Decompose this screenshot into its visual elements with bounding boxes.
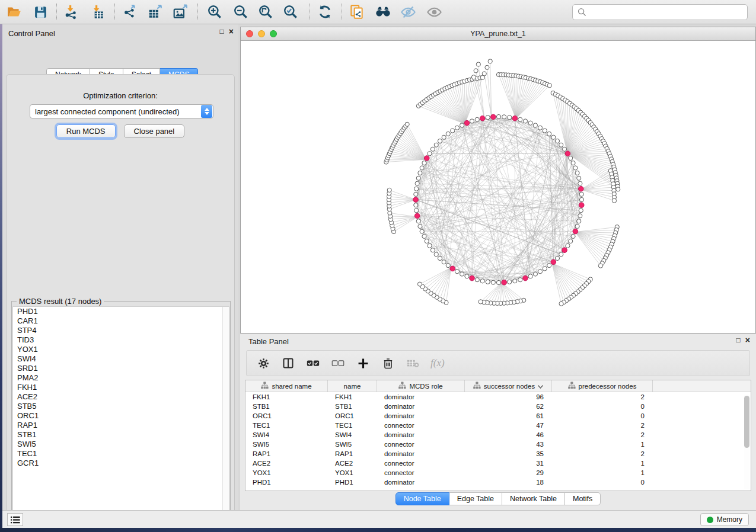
show-all-icon[interactable] xyxy=(425,2,444,21)
export-table-icon[interactable] xyxy=(146,2,165,21)
mcds-result-item[interactable]: STP4 xyxy=(13,326,229,335)
refresh-icon[interactable] xyxy=(315,2,334,21)
zoom-in-icon[interactable] xyxy=(205,2,224,21)
network-title: YPA_prune.txt_1 xyxy=(241,30,755,38)
zoom-fit-icon[interactable] xyxy=(256,2,275,21)
mcds-result-item[interactable]: GCR1 xyxy=(13,459,229,468)
search-input[interactable] xyxy=(590,8,747,17)
cell-shared-name: ACE2 xyxy=(245,459,328,468)
mcds-result-item[interactable]: SRD1 xyxy=(13,364,229,373)
column-header-MCDS-role[interactable]: MCDS role xyxy=(377,380,465,392)
table-row[interactable]: SWI5SWI5connector431 xyxy=(245,440,751,449)
mcds-result-item[interactable]: PMA2 xyxy=(13,373,229,383)
mcds-result-item[interactable]: FKH1 xyxy=(13,383,229,392)
mcds-result-item[interactable]: ACE2 xyxy=(13,392,229,402)
control-panel-title: Control Panel xyxy=(8,29,55,38)
cell-successor-nodes: 43 xyxy=(465,440,552,449)
toolbar-separator xyxy=(342,4,342,20)
mcds-result-item[interactable]: PHD1 xyxy=(13,307,229,316)
column-header-name[interactable]: name xyxy=(328,380,377,392)
column-view-icon[interactable] xyxy=(281,356,295,370)
export-network-icon[interactable] xyxy=(121,2,140,21)
search-icon xyxy=(578,8,586,17)
cell-successor-nodes: 35 xyxy=(465,449,552,459)
add-column-icon[interactable] xyxy=(356,356,370,370)
table-row[interactable]: ORC1ORC1dominator610 xyxy=(245,411,751,421)
select-all-icon[interactable] xyxy=(306,356,320,370)
memory-button[interactable]: Memory xyxy=(700,513,749,526)
table-row[interactable]: YOX1YOX1connector291 xyxy=(245,468,751,477)
table-row[interactable]: ACE2ACE2connector311 xyxy=(245,459,751,468)
close-table-panel-icon[interactable]: × xyxy=(745,336,750,344)
mcds-result-item[interactable]: ORC1 xyxy=(13,411,229,421)
column-header-successor-nodes[interactable]: successor nodes xyxy=(465,380,552,392)
tab-node-table[interactable]: Node Table xyxy=(395,492,449,505)
criterion-dropdown[interactable]: largest connected component (undirected) xyxy=(30,104,213,118)
delete-table-icon xyxy=(406,356,420,370)
cell-MCDS-role: connector xyxy=(377,440,465,449)
mcds-result-item[interactable]: TID3 xyxy=(13,335,229,345)
table-row[interactable]: PHD1PHD1dominator180 xyxy=(245,477,751,487)
gear-icon[interactable] xyxy=(256,356,270,370)
memory-status-icon xyxy=(707,517,713,523)
import-network-icon[interactable] xyxy=(62,2,81,21)
import-table-icon[interactable] xyxy=(88,2,107,21)
mcds-result-item[interactable]: CAR1 xyxy=(13,316,229,326)
cell-MCDS-role: dominator xyxy=(377,402,465,411)
deselect-all-icon[interactable] xyxy=(331,356,345,370)
save-icon[interactable] xyxy=(31,2,50,21)
mcds-result-item[interactable]: YOX1 xyxy=(13,345,229,354)
copy-style-icon[interactable] xyxy=(347,2,366,21)
search-field[interactable] xyxy=(572,4,748,20)
table-scrollbar[interactable] xyxy=(744,395,749,489)
column-header-shared-name[interactable]: shared name xyxy=(245,380,328,392)
cell-predecessor-nodes: 2 xyxy=(552,430,653,440)
table-scrollbar-thumb[interactable] xyxy=(744,396,749,448)
export-image-icon[interactable] xyxy=(171,2,190,21)
tab-network-table[interactable]: Network Table xyxy=(502,492,565,505)
float-panel-icon[interactable]: □ xyxy=(220,28,224,35)
list-scrollbar[interactable] xyxy=(222,307,229,517)
table-row[interactable]: STB1STB1dominator620 xyxy=(245,402,751,411)
mcds-result-list[interactable]: PHD1CAR1STP4TID3YOX1SWI4SRD1PMA2FKH1ACE2… xyxy=(12,306,229,518)
tab-edge-table[interactable]: Edge Table xyxy=(449,492,502,505)
cell-shared-name: PHD1 xyxy=(245,477,328,487)
mcds-result-item[interactable]: STB5 xyxy=(13,402,229,411)
mcds-result-item[interactable]: SWI4 xyxy=(13,354,229,364)
cell-name: PHD1 xyxy=(328,477,377,487)
cell-name: SWI4 xyxy=(328,430,377,440)
cell-MCDS-role: dominator xyxy=(377,449,465,459)
run-mcds-button[interactable]: Run MCDS xyxy=(56,124,116,138)
mcds-result-item[interactable]: STB1 xyxy=(13,430,229,440)
network-titlebar[interactable]: YPA_prune.txt_1 xyxy=(241,27,755,41)
mcds-result-item[interactable]: SWI5 xyxy=(13,440,229,449)
table-row[interactable]: RAP1RAP1dominator352 xyxy=(245,449,751,459)
criterion-value: largest connected component (undirected) xyxy=(30,107,201,116)
table-row[interactable]: FKH1FKH1dominator962 xyxy=(245,392,751,402)
optimization-criterion-label: Optimization criterion: xyxy=(7,91,234,100)
mcds-result-item[interactable]: TEC1 xyxy=(13,449,229,459)
table-row[interactable]: TEC1TEC1connector472 xyxy=(245,421,751,430)
tab-motifs[interactable]: Motifs xyxy=(565,492,601,505)
cell-predecessor-nodes: 2 xyxy=(552,449,653,459)
task-history-button[interactable] xyxy=(7,513,23,526)
network-canvas[interactable] xyxy=(241,41,755,333)
mcds-result-item[interactable]: RAP1 xyxy=(13,421,229,430)
shared-column-icon xyxy=(568,382,576,390)
cell-successor-nodes: 31 xyxy=(465,459,552,468)
float-table-panel-icon[interactable]: □ xyxy=(736,336,741,344)
close-panel-button[interactable]: Close panel xyxy=(124,124,185,138)
list-icon xyxy=(11,516,20,524)
zoom-selected-icon[interactable] xyxy=(281,2,300,21)
trash-icon[interactable] xyxy=(381,356,395,370)
open-folder-icon[interactable] xyxy=(5,2,24,21)
cell-successor-nodes: 18 xyxy=(465,477,552,487)
close-panel-icon[interactable]: × xyxy=(229,28,234,35)
table-row[interactable]: SWI4SWI4dominator462 xyxy=(245,430,751,440)
toolbar-separator xyxy=(197,4,198,20)
node-table[interactable]: shared namenameMCDS rolesuccessor nodesp… xyxy=(245,380,751,491)
column-header-predecessor-nodes[interactable]: predecessor nodes xyxy=(552,380,653,392)
hide-selected-icon[interactable] xyxy=(398,2,417,21)
search-network-icon[interactable] xyxy=(374,2,393,21)
zoom-out-icon[interactable] xyxy=(231,2,250,21)
